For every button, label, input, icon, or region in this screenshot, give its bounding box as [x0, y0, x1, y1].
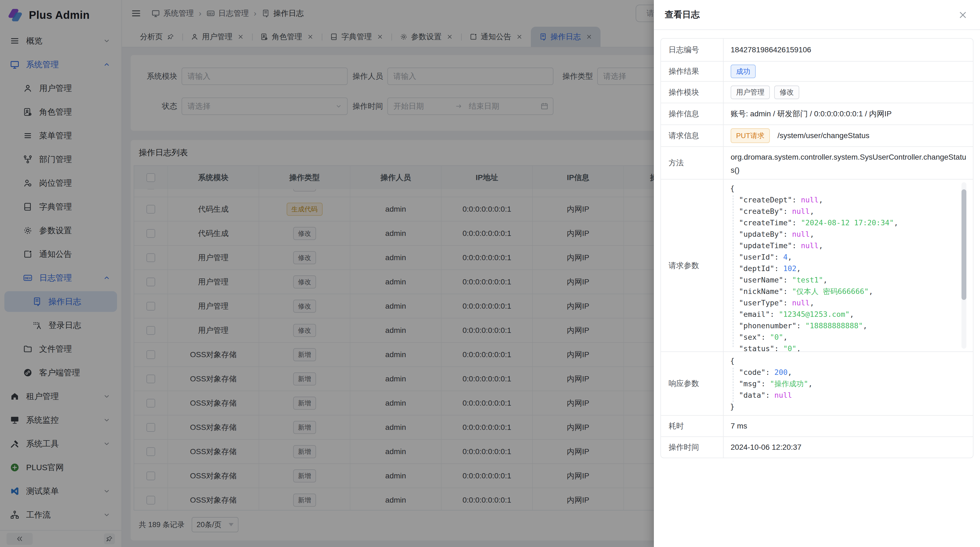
- field-label: 操作模块: [661, 82, 724, 103]
- cost-value: 7 ms: [724, 416, 973, 436]
- field-label: 操作结果: [661, 62, 724, 81]
- module-badge: 修改: [774, 86, 799, 99]
- drawer-header: 查看日志: [654, 0, 980, 30]
- field-label: 响应参数: [661, 352, 724, 415]
- request-params-json: { "createDept": null, "createBy": null, …: [724, 180, 973, 351]
- operation-info-value: 账号: admin / 研发部门 / 0:0:0:0:0:0:0:1 / 内网I…: [724, 103, 973, 124]
- operation-time-value: 2024-10-06 12:20:37: [724, 437, 973, 458]
- field-label: 方法: [661, 147, 724, 179]
- field-label: 请求信息: [661, 125, 724, 146]
- view-log-drawer: 查看日志 日志编号 1842781986426159106 操作结果 成功 操作…: [654, 0, 980, 547]
- close-icon[interactable]: [958, 10, 968, 20]
- log-id-value: 1842781986426159106: [724, 39, 973, 61]
- http-method-badge: PUT请求: [731, 128, 770, 143]
- module-badge: 用户管理: [731, 86, 770, 99]
- field-label: 请求参数: [661, 180, 724, 351]
- modal-overlay[interactable]: [0, 0, 654, 547]
- request-url: /system/user/changeStatus: [778, 131, 869, 140]
- log-detail-table: 日志编号 1842781986426159106 操作结果 成功 操作模块 用户…: [660, 38, 974, 458]
- response-params-json: { "code": 200, "msg": "操作成功", "data": nu…: [724, 352, 973, 415]
- field-label: 耗时: [661, 416, 724, 436]
- field-label: 日志编号: [661, 39, 724, 61]
- drawer-title: 查看日志: [665, 9, 700, 21]
- field-label: 操作时间: [661, 437, 724, 458]
- field-label: 操作信息: [661, 103, 724, 124]
- method-value: org.dromara.system.controller.system.Sys…: [724, 147, 974, 179]
- result-badge: 成功: [731, 65, 756, 78]
